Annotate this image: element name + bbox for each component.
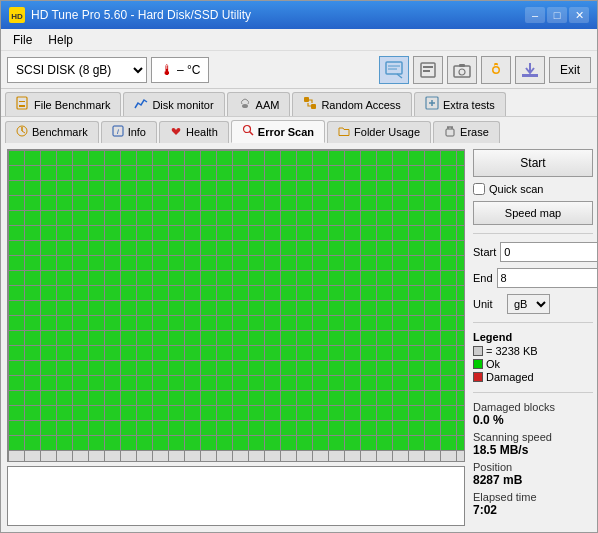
- position-value: 8287 mB: [473, 473, 593, 487]
- tab-info[interactable]: i Info: [101, 121, 157, 143]
- legend-ok: Ok: [473, 358, 593, 370]
- legend-size-color: [473, 346, 483, 356]
- scan-area: [7, 149, 465, 526]
- tab-error-scan[interactable]: Error Scan: [231, 120, 325, 143]
- app-icon: HD: [9, 7, 25, 23]
- thermometer-icon: 🌡: [160, 62, 174, 78]
- download-button[interactable]: [515, 56, 545, 84]
- tab-erase[interactable]: Erase: [433, 121, 500, 143]
- scanning-speed-value: 18.5 MB/s: [473, 443, 593, 457]
- menu-help[interactable]: Help: [40, 31, 81, 49]
- temperature-display: 🌡 – °C: [151, 57, 209, 83]
- tab-folder-usage-label: Folder Usage: [354, 126, 420, 138]
- menu-file[interactable]: File: [5, 31, 40, 49]
- temperature-value: – °C: [177, 63, 200, 77]
- tab-health-label: Health: [186, 126, 218, 138]
- tab-health[interactable]: Health: [159, 121, 229, 143]
- title-bar: HD HD Tune Pro 5.60 - Hard Disk/SSD Util…: [1, 1, 597, 29]
- tabs-row1: File Benchmark Disk monitor AAM Random A…: [1, 89, 597, 117]
- tab-extra-tests-label: Extra tests: [443, 99, 495, 111]
- svg-line-26: [249, 132, 253, 136]
- tab-folder-usage[interactable]: Folder Usage: [327, 121, 431, 143]
- svg-rect-15: [19, 101, 25, 102]
- legend-ok-color: [473, 359, 483, 369]
- tab-aam-label: AAM: [256, 99, 280, 111]
- quick-scan-row: Quick scan: [473, 183, 593, 195]
- tabs-row2: Benchmark i Info Health Error Scan Folde…: [1, 117, 597, 143]
- svg-rect-8: [423, 70, 430, 72]
- scanning-speed-label: Scanning speed: [473, 431, 552, 443]
- legend-size: = 3238 KB: [473, 345, 593, 357]
- main-window: HD HD Tune Pro 5.60 - Hard Disk/SSD Util…: [0, 0, 598, 533]
- quick-scan-checkbox[interactable]: [473, 183, 485, 195]
- exit-button[interactable]: Exit: [549, 57, 591, 83]
- legend-title: Legend: [473, 331, 593, 343]
- scan-grid-container: [7, 149, 465, 462]
- unit-select[interactable]: gB MB: [507, 294, 550, 314]
- start-label: Start: [473, 246, 496, 258]
- scanning-speed-stat: Scanning speed 18.5 MB/s: [473, 431, 593, 457]
- start-input[interactable]: [500, 242, 597, 262]
- disk-monitor-icon: [134, 96, 148, 113]
- tab-aam[interactable]: AAM: [227, 92, 291, 116]
- menu-bar: File Help: [1, 29, 597, 51]
- toolbar: SCSI DISK (8 gB) 🌡 – °C: [1, 51, 597, 89]
- tab-benchmark-label: Benchmark: [32, 126, 88, 138]
- aam-icon: [238, 96, 252, 113]
- tab-random-access-label: Random Access: [321, 99, 400, 111]
- content-area: Start Quick scan Speed map Start ▲ ▼ End: [1, 143, 597, 532]
- folder-usage-icon: [338, 125, 350, 140]
- tab-file-benchmark-label: File Benchmark: [34, 99, 110, 111]
- start-button[interactable]: Start: [473, 149, 593, 177]
- close-button[interactable]: ✕: [569, 7, 589, 23]
- minimize-button[interactable]: –: [525, 7, 545, 23]
- elapsed-time-label: Elapsed time: [473, 491, 537, 503]
- unit-row: Unit gB MB: [473, 294, 593, 314]
- end-input[interactable]: [497, 268, 597, 288]
- position-stat: Position 8287 mB: [473, 461, 593, 487]
- svg-rect-14: [19, 105, 25, 107]
- elapsed-time-value: 7:02: [473, 503, 593, 517]
- erase-icon: [444, 125, 456, 140]
- divider-3: [473, 392, 593, 393]
- disk-selector[interactable]: SCSI DISK (8 gB): [7, 57, 147, 83]
- camera-button[interactable]: [447, 56, 477, 84]
- damaged-blocks-stat: Damaged blocks 0.0 %: [473, 401, 593, 427]
- svg-text:i: i: [117, 127, 119, 136]
- speed-map-button[interactable]: Speed map: [473, 201, 593, 225]
- tab-disk-monitor[interactable]: Disk monitor: [123, 92, 224, 116]
- tab-benchmark[interactable]: Benchmark: [5, 121, 99, 143]
- info-button[interactable]: [379, 56, 409, 84]
- settings-button[interactable]: [481, 56, 511, 84]
- divider-1: [473, 233, 593, 234]
- scan-info-box: [7, 466, 465, 526]
- svg-rect-2: [386, 62, 402, 74]
- tab-erase-label: Erase: [460, 126, 489, 138]
- file-benchmark-icon: [16, 96, 30, 113]
- legend-damaged-label: Damaged: [486, 371, 534, 383]
- extra-tests-icon: [425, 96, 439, 113]
- tab-info-label: Info: [128, 126, 146, 138]
- tab-file-benchmark[interactable]: File Benchmark: [5, 92, 121, 116]
- maximize-button[interactable]: □: [547, 7, 567, 23]
- health-icon: [170, 125, 182, 140]
- legend-damaged: Damaged: [473, 371, 593, 383]
- svg-rect-27: [446, 129, 454, 136]
- start-range-row: Start ▲ ▼: [473, 242, 593, 262]
- tab-extra-tests[interactable]: Extra tests: [414, 92, 506, 116]
- svg-point-10: [459, 69, 465, 75]
- unit-label: Unit: [473, 298, 503, 310]
- svg-point-16: [242, 104, 248, 108]
- quick-scan-label[interactable]: Quick scan: [489, 183, 543, 195]
- info-icon: i: [112, 125, 124, 140]
- svg-text:HD: HD: [11, 12, 23, 21]
- title-controls: – □ ✕: [525, 7, 589, 23]
- damaged-blocks-label: Damaged blocks: [473, 401, 555, 413]
- tab-random-access[interactable]: Random Access: [292, 92, 411, 116]
- legend-section: Legend = 3238 KB Ok Damaged: [473, 331, 593, 384]
- stats-section: Damaged blocks 0.0 % Scanning speed 18.5…: [473, 401, 593, 521]
- legend-ok-label: Ok: [486, 358, 500, 370]
- elapsed-time-stat: Elapsed time 7:02: [473, 491, 593, 517]
- disk-info-button[interactable]: [413, 56, 443, 84]
- window-title: HD Tune Pro 5.60 - Hard Disk/SSD Utility: [31, 8, 251, 22]
